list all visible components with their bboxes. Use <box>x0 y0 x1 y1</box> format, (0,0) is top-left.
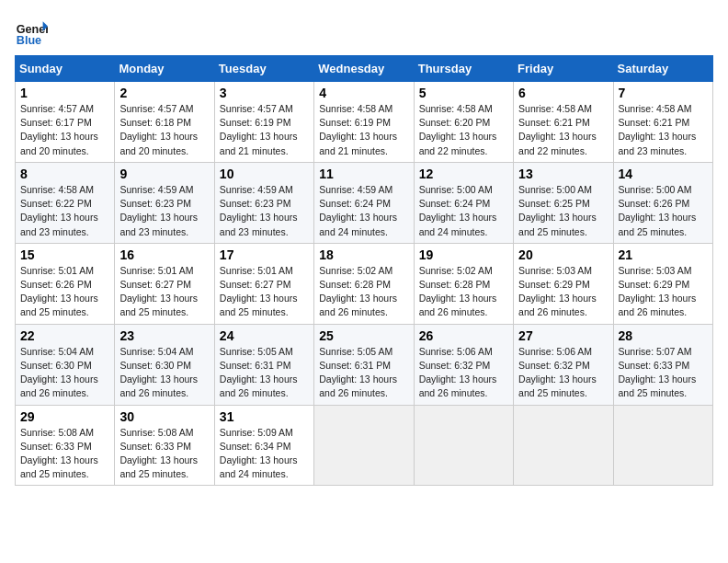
table-row: 21Sunrise: 5:03 AMSunset: 6:29 PMDayligh… <box>613 243 712 324</box>
day-number: 14 <box>619 167 708 181</box>
day-detail: Sunrise: 4:58 AMSunset: 6:20 PMDaylight:… <box>419 103 497 156</box>
page-header: General Blue <box>15 15 713 48</box>
table-row: 2Sunrise: 4:57 AMSunset: 6:18 PMDaylight… <box>115 82 214 163</box>
weekday-sunday: Sunday <box>16 56 115 82</box>
table-row: 27Sunrise: 5:06 AMSunset: 6:32 PMDayligh… <box>514 324 613 405</box>
day-detail: Sunrise: 4:58 AMSunset: 6:21 PMDaylight:… <box>518 103 597 156</box>
day-number: 19 <box>419 247 508 262</box>
day-detail: Sunrise: 5:02 AMSunset: 6:28 PMDaylight:… <box>419 265 497 318</box>
weekday-monday: Monday <box>115 56 214 82</box>
day-detail: Sunrise: 4:58 AMSunset: 6:19 PMDaylight:… <box>319 103 397 156</box>
day-number: 24 <box>220 328 309 343</box>
table-row: 12Sunrise: 5:00 AMSunset: 6:24 PMDayligh… <box>414 162 513 243</box>
table-row: 15Sunrise: 5:01 AMSunset: 6:26 PMDayligh… <box>16 243 115 324</box>
day-detail: Sunrise: 5:08 AMSunset: 6:33 PMDaylight:… <box>20 427 98 480</box>
day-detail: Sunrise: 5:04 AMSunset: 6:30 PMDaylight:… <box>20 346 98 399</box>
day-number: 10 <box>220 167 309 181</box>
day-detail: Sunrise: 4:59 AMSunset: 6:24 PMDaylight:… <box>319 184 397 237</box>
day-detail: Sunrise: 4:58 AMSunset: 6:22 PMDaylight:… <box>20 184 98 237</box>
day-detail: Sunrise: 5:05 AMSunset: 6:31 PMDaylight:… <box>319 346 397 399</box>
weekday-tuesday: Tuesday <box>214 56 313 82</box>
day-number: 25 <box>319 328 408 343</box>
day-detail: Sunrise: 5:06 AMSunset: 6:32 PMDaylight:… <box>419 346 497 399</box>
logo: General Blue <box>15 15 48 48</box>
weekday-thursday: Thursday <box>414 56 513 82</box>
day-number: 22 <box>20 328 109 343</box>
table-row: 6Sunrise: 4:58 AMSunset: 6:21 PMDaylight… <box>514 82 613 163</box>
day-number: 17 <box>220 247 309 262</box>
table-row: 17Sunrise: 5:01 AMSunset: 6:27 PMDayligh… <box>214 243 313 324</box>
day-detail: Sunrise: 5:03 AMSunset: 6:29 PMDaylight:… <box>619 265 697 318</box>
day-number: 11 <box>319 167 408 181</box>
day-detail: Sunrise: 5:07 AMSunset: 6:33 PMDaylight:… <box>619 346 697 399</box>
week-row-5: 29Sunrise: 5:08 AMSunset: 6:33 PMDayligh… <box>16 405 713 486</box>
day-detail: Sunrise: 4:57 AMSunset: 6:17 PMDaylight:… <box>20 103 98 156</box>
day-detail: Sunrise: 5:00 AMSunset: 6:24 PMDaylight:… <box>419 184 497 237</box>
day-number: 4 <box>319 86 408 100</box>
table-row: 23Sunrise: 5:04 AMSunset: 6:30 PMDayligh… <box>115 324 214 405</box>
day-detail: Sunrise: 5:01 AMSunset: 6:27 PMDaylight:… <box>220 265 298 318</box>
day-number: 16 <box>119 247 209 262</box>
day-number: 13 <box>518 167 608 181</box>
day-detail: Sunrise: 5:01 AMSunset: 6:27 PMDaylight:… <box>119 265 198 318</box>
table-row: 22Sunrise: 5:04 AMSunset: 6:30 PMDayligh… <box>16 324 115 405</box>
table-row: 7Sunrise: 4:58 AMSunset: 6:21 PMDaylight… <box>613 82 712 163</box>
table-row: 29Sunrise: 5:08 AMSunset: 6:33 PMDayligh… <box>16 405 115 486</box>
table-row: 13Sunrise: 5:00 AMSunset: 6:25 PMDayligh… <box>514 162 613 243</box>
day-number: 8 <box>20 167 109 181</box>
table-row <box>414 405 513 486</box>
table-row: 4Sunrise: 4:58 AMSunset: 6:19 PMDaylight… <box>314 82 414 163</box>
day-detail: Sunrise: 4:57 AMSunset: 6:19 PMDaylight:… <box>220 103 298 156</box>
table-row: 19Sunrise: 5:02 AMSunset: 6:28 PMDayligh… <box>414 243 513 324</box>
week-row-2: 8Sunrise: 4:58 AMSunset: 6:22 PMDaylight… <box>16 162 713 243</box>
table-row: 11Sunrise: 4:59 AMSunset: 6:24 PMDayligh… <box>314 162 414 243</box>
calendar-table: SundayMondayTuesdayWednesdayThursdayFrid… <box>15 55 713 486</box>
day-number: 26 <box>419 328 508 343</box>
table-row: 1Sunrise: 4:57 AMSunset: 6:17 PMDaylight… <box>16 82 115 163</box>
day-number: 20 <box>518 247 608 262</box>
day-number: 12 <box>419 167 508 181</box>
day-number: 5 <box>419 86 508 100</box>
table-row: 20Sunrise: 5:03 AMSunset: 6:29 PMDayligh… <box>514 243 613 324</box>
table-row: 3Sunrise: 4:57 AMSunset: 6:19 PMDaylight… <box>214 82 313 163</box>
table-row: 25Sunrise: 5:05 AMSunset: 6:31 PMDayligh… <box>314 324 414 405</box>
day-detail: Sunrise: 4:59 AMSunset: 6:23 PMDaylight:… <box>220 184 298 237</box>
table-row <box>613 405 712 486</box>
day-detail: Sunrise: 5:08 AMSunset: 6:33 PMDaylight:… <box>119 427 198 480</box>
day-number: 1 <box>20 86 109 100</box>
day-number: 3 <box>220 86 309 100</box>
day-detail: Sunrise: 4:59 AMSunset: 6:23 PMDaylight:… <box>119 184 198 237</box>
week-row-4: 22Sunrise: 5:04 AMSunset: 6:30 PMDayligh… <box>16 324 713 405</box>
table-row: 26Sunrise: 5:06 AMSunset: 6:32 PMDayligh… <box>414 324 513 405</box>
table-row: 16Sunrise: 5:01 AMSunset: 6:27 PMDayligh… <box>115 243 214 324</box>
day-number: 9 <box>119 167 209 181</box>
table-row: 30Sunrise: 5:08 AMSunset: 6:33 PMDayligh… <box>115 405 214 486</box>
weekday-wednesday: Wednesday <box>314 56 414 82</box>
day-detail: Sunrise: 5:04 AMSunset: 6:30 PMDaylight:… <box>119 346 198 399</box>
table-row: 10Sunrise: 4:59 AMSunset: 6:23 PMDayligh… <box>214 162 313 243</box>
table-row: 9Sunrise: 4:59 AMSunset: 6:23 PMDaylight… <box>115 162 214 243</box>
day-detail: Sunrise: 5:00 AMSunset: 6:25 PMDaylight:… <box>518 184 597 237</box>
table-row <box>514 405 613 486</box>
day-detail: Sunrise: 4:57 AMSunset: 6:18 PMDaylight:… <box>119 103 198 156</box>
table-row: 28Sunrise: 5:07 AMSunset: 6:33 PMDayligh… <box>613 324 712 405</box>
svg-text:Blue: Blue <box>17 34 41 47</box>
day-number: 27 <box>518 328 608 343</box>
day-number: 23 <box>119 328 209 343</box>
table-row: 24Sunrise: 5:05 AMSunset: 6:31 PMDayligh… <box>214 324 313 405</box>
table-row: 31Sunrise: 5:09 AMSunset: 6:34 PMDayligh… <box>214 405 313 486</box>
table-row: 18Sunrise: 5:02 AMSunset: 6:28 PMDayligh… <box>314 243 414 324</box>
weekday-saturday: Saturday <box>613 56 712 82</box>
day-number: 2 <box>119 86 209 100</box>
day-number: 6 <box>518 86 608 100</box>
day-detail: Sunrise: 5:05 AMSunset: 6:31 PMDaylight:… <box>220 346 298 399</box>
day-detail: Sunrise: 5:06 AMSunset: 6:32 PMDaylight:… <box>518 346 597 399</box>
weekday-friday: Friday <box>514 56 613 82</box>
week-row-1: 1Sunrise: 4:57 AMSunset: 6:17 PMDaylight… <box>16 82 713 163</box>
table-row: 8Sunrise: 4:58 AMSunset: 6:22 PMDaylight… <box>16 162 115 243</box>
day-detail: Sunrise: 5:01 AMSunset: 6:26 PMDaylight:… <box>20 265 98 318</box>
day-number: 31 <box>220 409 309 424</box>
day-number: 28 <box>619 328 708 343</box>
week-row-3: 15Sunrise: 5:01 AMSunset: 6:26 PMDayligh… <box>16 243 713 324</box>
logo-icon: General Blue <box>15 15 48 48</box>
